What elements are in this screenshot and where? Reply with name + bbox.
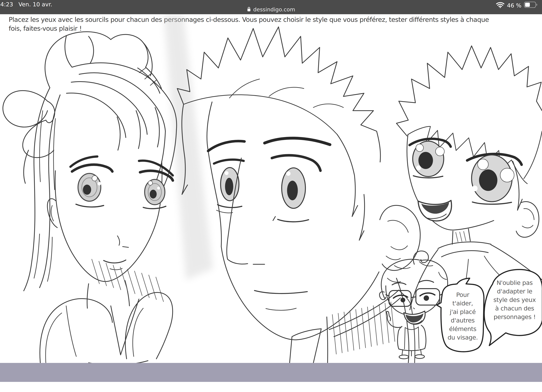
bubble2-line: personnages ! (489, 313, 540, 321)
bubble1-line: t'aider, (441, 299, 484, 307)
bubble2-line: à chacun des (489, 304, 540, 313)
bubble1-line: Pour (441, 291, 484, 299)
url-text: dessindigo.com (253, 6, 295, 13)
pencil-shadow (164, 15, 213, 280)
bubble1-line: j'ai placé (441, 307, 484, 316)
speech-bubble-right-text: N'oublie pas d'adapter le style des yeux… (489, 279, 540, 321)
status-bar: 4:23 Ven. 10 avr. 46 % (0, 0, 542, 14)
footer-bar (0, 363, 542, 382)
man-sketch (177, 27, 420, 363)
lock-icon (247, 6, 251, 12)
screen: 4:23 Ven. 10 avr. 46 % (0, 0, 542, 392)
girl-sketch (3, 32, 177, 363)
url-bar[interactable]: dessindigo.com (0, 5, 542, 14)
bubble1-line: du visage. (441, 333, 484, 342)
speech-bubble-left-text: Pour t'aider, j'ai placé d'autres élémen… (441, 291, 484, 342)
bubble2-line: N'oublie pas (489, 279, 540, 287)
bubble1-line: éléments (441, 325, 484, 333)
bubble2-line: d'adapter le (489, 287, 540, 296)
bubble2-line: style des yeux (489, 296, 540, 304)
bubble1-line: d'autres (441, 316, 484, 325)
